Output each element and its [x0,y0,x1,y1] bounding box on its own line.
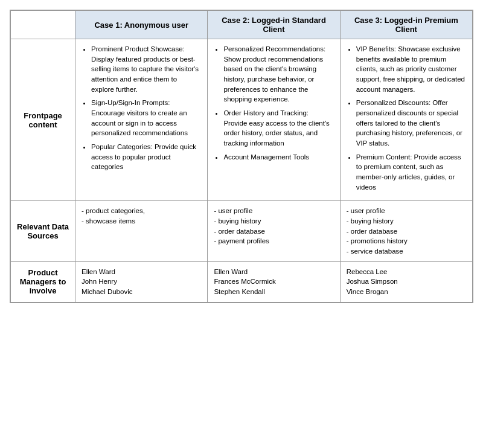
manager-name: Frances McCormick [214,277,333,287]
data-line: - showcase items [82,216,201,226]
data-sources-case1: - product categories, - showcase items [75,201,208,261]
list-item: Sign-Up/Sign-In Prompts: Encourage visit… [91,98,201,138]
data-sources-case3: - user profile - buying history - order … [340,201,472,261]
list-item: Account Management Tools [223,152,333,162]
frontpage-case3-list: VIP Benefits: Showcase exclusive benefit… [347,44,466,192]
data-line: - user profile [214,206,333,216]
manager-name: Michael Dubovic [82,287,201,297]
header-empty [11,11,75,39]
managers-row: Product Managers to involve Ellen Ward J… [11,261,473,302]
data-line: - order database [214,226,333,237]
frontpage-row: Frontpage content Prominent Product Show… [11,39,473,201]
data-line: - buying history [214,216,333,226]
managers-case1: Ellen Ward John Henry Michael Dubovic [75,261,208,302]
manager-name: Rebecca Lee [347,267,466,277]
frontpage-label: Frontpage content [11,39,75,201]
data-line: - payment profiles [214,236,333,246]
data-line: - service database [347,246,466,257]
frontpage-case1-list: Prominent Product Showcase: Display feat… [82,44,201,172]
header-case3: Case 3: Logged-in Premium Client [340,11,472,39]
comparison-table: Case 1: Anonymous user Case 2: Logged-in… [10,10,473,303]
managers-label: Product Managers to involve [11,261,75,302]
managers-case3: Rebecca Lee Joshua Simpson Vince Brogan [340,261,472,302]
header-case1: Case 1: Anonymous user [75,11,208,39]
list-item: Popular Categories: Provide quick access… [91,142,201,172]
manager-name: John Henry [82,277,201,287]
header-case2: Case 2: Logged-in Standard Client [208,11,340,39]
list-item: Order History and Tracking: Provide easy… [223,108,333,149]
data-sources-row: Relevant Data Sources - product categori… [11,201,473,261]
frontpage-case3: VIP Benefits: Showcase exclusive benefit… [340,39,472,201]
data-line: - buying history [347,216,466,226]
manager-name: Ellen Ward [214,267,333,277]
list-item: Prominent Product Showcase: Display feat… [91,44,201,94]
frontpage-case2: Personalized Recommendations: Show produ… [208,39,340,201]
data-line: - user profile [347,206,466,216]
manager-name: Joshua Simpson [347,277,466,287]
list-item: Personalized Recommendations: Show produ… [223,44,333,104]
data-sources-label: Relevant Data Sources [11,201,75,261]
frontpage-case1: Prominent Product Showcase: Display feat… [75,39,208,201]
manager-name: Vince Brogan [347,287,466,297]
data-sources-case2: - user profile - buying history - order … [208,201,340,261]
list-item: Personalized Discounts: Offer personaliz… [356,98,466,148]
data-line: - promotions history [347,236,466,246]
list-item: VIP Benefits: Showcase exclusive benefit… [356,44,466,94]
managers-case2: Ellen Ward Frances McCormick Stephen Ken… [208,261,340,302]
manager-name: Stephen Kendall [214,287,333,297]
list-item: Premium Content: Provide access to premi… [356,152,466,193]
data-line: - order database [347,226,466,237]
data-line: - product categories, [82,206,201,216]
frontpage-case2-list: Personalized Recommendations: Show produ… [214,44,333,162]
manager-name: Ellen Ward [82,267,201,277]
